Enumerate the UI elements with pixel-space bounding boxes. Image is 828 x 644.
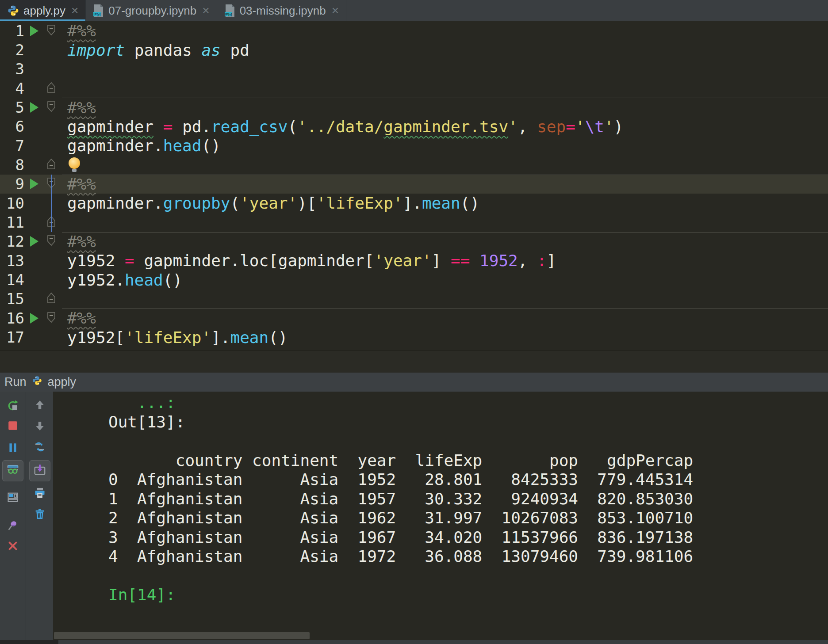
run-cell-icon[interactable] xyxy=(30,102,38,113)
editor-line-12[interactable]: 12#%% xyxy=(0,232,828,251)
editor-line-7[interactable]: 7gapminder.head() xyxy=(0,136,828,155)
tab-label: 03-missing.ipynb xyxy=(240,4,326,18)
editor-line-16[interactable]: 16#%% xyxy=(0,309,828,328)
code-text: #%% xyxy=(58,99,96,117)
editor-line-18[interactable]: 18 xyxy=(0,347,828,351)
line-number: 15 xyxy=(0,290,24,308)
editor-line-4[interactable]: 4 xyxy=(0,79,828,98)
editor-line-17[interactable]: 17y1952['lifeExp'].mean() xyxy=(0,328,828,347)
arrow-down-icon xyxy=(34,420,46,434)
print-icon xyxy=(34,487,46,501)
line-number: 2 xyxy=(0,41,24,59)
editor-line-2[interactable]: 2import pandas as pd xyxy=(0,40,828,59)
fold-marker-icon[interactable] xyxy=(46,101,56,114)
variables-button[interactable] xyxy=(2,460,23,481)
line-number: 13 xyxy=(0,252,24,270)
console-line xyxy=(53,567,828,586)
run-toolbar-left xyxy=(0,392,26,640)
bottom-edge xyxy=(0,640,828,644)
tab-apply.py[interactable]: apply.py× xyxy=(0,0,86,21)
run-cell-icon[interactable] xyxy=(30,236,38,247)
run-cell-icon[interactable] xyxy=(30,313,38,324)
editor-line-9[interactable]: 9#%% xyxy=(0,175,828,194)
command-queue-button[interactable] xyxy=(32,440,48,456)
pin-button[interactable] xyxy=(5,518,21,534)
python-icon xyxy=(32,375,42,389)
console-line: 3 Afghanistan Asia 1967 34.020 11537966 … xyxy=(53,528,828,548)
console-hscrollbar-thumb[interactable] xyxy=(54,632,310,639)
run-tool-window: ...:Out[13]: country continent year life… xyxy=(0,392,828,644)
run-target-label: apply xyxy=(48,375,77,389)
active-cell-indicator xyxy=(51,175,52,232)
editor[interactable]: 1#%%2import pandas as pd345#%%6gapminder… xyxy=(0,21,828,351)
editor-scrollbar-track[interactable] xyxy=(0,351,828,373)
editor-line-8[interactable]: 8 xyxy=(0,155,828,174)
line-number: 14 xyxy=(0,271,24,289)
variables-icon xyxy=(6,463,19,478)
tab-03-missing.ipynb[interactable]: IP[y]03-missing.ipynb× xyxy=(217,0,346,21)
fold-marker-icon[interactable] xyxy=(46,158,56,171)
scroll-to-end-icon xyxy=(33,463,46,478)
fold-marker-icon[interactable] xyxy=(46,82,56,95)
editor-line-5[interactable]: 5#%% xyxy=(0,98,828,117)
arrow-up-button[interactable] xyxy=(32,398,48,414)
editor-line-15[interactable]: 15 xyxy=(0,290,828,309)
arrow-up-icon xyxy=(34,399,46,412)
editor-line-11[interactable]: 11 xyxy=(0,213,828,232)
tab-close-icon[interactable]: × xyxy=(332,4,339,17)
tab-close-icon[interactable]: × xyxy=(71,4,78,17)
tab-label: 07-groupby.ipynb xyxy=(108,4,196,18)
fold-marker-icon[interactable] xyxy=(46,312,56,325)
editor-line-14[interactable]: 14y1952.head() xyxy=(0,270,828,289)
stop-icon xyxy=(7,420,19,433)
line-number: 3 xyxy=(0,60,24,78)
line-number: 12 xyxy=(0,232,24,250)
console-line: In[14]: xyxy=(53,586,828,605)
code-text: import pandas as pd xyxy=(58,41,249,59)
pin-icon xyxy=(7,519,19,533)
rerun-icon xyxy=(7,400,19,414)
tab-07-groupby.ipynb[interactable]: IP[y]07-groupby.ipynb× xyxy=(86,0,217,21)
svg-text:IP[y]: IP[y] xyxy=(225,12,232,16)
fold-marker-icon[interactable] xyxy=(46,235,56,248)
show-console-button[interactable] xyxy=(5,490,21,506)
arrow-down-button[interactable] xyxy=(32,419,48,435)
pause-icon xyxy=(7,442,19,455)
fold-marker-icon[interactable] xyxy=(46,292,56,305)
print-button[interactable] xyxy=(32,486,48,502)
editor-line-1[interactable]: 1#%% xyxy=(0,21,828,40)
tab-label: apply.py xyxy=(23,4,65,18)
line-number: 16 xyxy=(0,309,24,327)
console-line: 1 Afghanistan Asia 1957 30.332 9240934 8… xyxy=(53,490,828,509)
code-text: #%% xyxy=(58,309,96,327)
fold-marker-icon[interactable] xyxy=(46,350,56,351)
command-queue-icon xyxy=(33,440,46,455)
stop-button[interactable] xyxy=(5,419,21,434)
editor-line-6[interactable]: 6gapminder = pd.read_csv('../data/gapmin… xyxy=(0,117,828,136)
line-number: 17 xyxy=(0,328,24,346)
console-line: 4 Afghanistan Asia 1972 36.088 13079460 … xyxy=(53,547,828,567)
editor-line-10[interactable]: 10gapminder.groupby('year')['lifeExp'].m… xyxy=(0,194,828,213)
python-console[interactable]: ...:Out[13]: country continent year life… xyxy=(53,392,828,640)
tab-close-icon[interactable]: × xyxy=(202,4,209,17)
pause-button[interactable] xyxy=(5,441,21,457)
editor-line-3[interactable]: 3 xyxy=(0,60,828,79)
code-text: gapminder = pd.read_csv('../data/gapmind… xyxy=(58,118,623,136)
ipynb-file-icon: IP[y] xyxy=(224,4,236,17)
run-cell-icon[interactable] xyxy=(30,179,38,189)
editor-line-13[interactable]: 13y1952 = gapminder.loc[gapminder['year'… xyxy=(0,251,828,270)
run-cell-icon[interactable] xyxy=(30,26,38,36)
fold-marker-icon[interactable] xyxy=(46,24,56,38)
code-text: y1952['lifeExp'].mean() xyxy=(58,328,288,347)
line-number: 11 xyxy=(0,213,24,231)
line-number: 5 xyxy=(0,99,24,116)
clear-button[interactable] xyxy=(32,507,48,523)
rerun-button[interactable] xyxy=(5,399,21,415)
code-text: gapminder.groupby('year')['lifeExp'].mea… xyxy=(58,194,479,212)
intention-bulb-icon[interactable] xyxy=(69,157,80,169)
pycharm-window: apply.py×IP[y]07-groupby.ipynb×IP[y]03-m… xyxy=(0,0,828,644)
code-text: #%% xyxy=(58,175,96,193)
close-button[interactable] xyxy=(5,539,21,555)
ipynb-file-icon: IP[y] xyxy=(93,4,104,17)
scroll-to-end-button[interactable] xyxy=(29,460,50,481)
